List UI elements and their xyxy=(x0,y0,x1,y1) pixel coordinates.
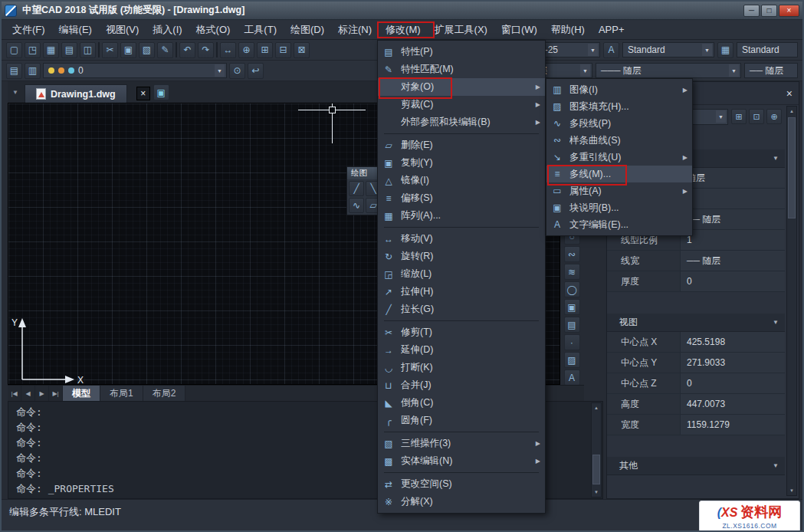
save-icon[interactable]: ▦ xyxy=(43,42,59,58)
last-layout-icon[interactable]: ▶| xyxy=(49,386,63,401)
scroll-down-icon[interactable]: ▼ xyxy=(592,488,601,497)
close-tab-icon[interactable]: × xyxy=(136,87,150,100)
property-value[interactable]: 1 xyxy=(681,230,785,250)
match-properties-icon[interactable]: ✎ xyxy=(157,42,173,58)
view-section-header[interactable]: 视图 ▼ xyxy=(607,314,785,332)
menu-item[interactable]: ≡ 偏移(S) xyxy=(378,189,545,207)
collapse-arrow-icon[interactable]: ▼ xyxy=(773,462,779,469)
property-value[interactable]: 随层 xyxy=(681,168,785,188)
menubar-item[interactable]: 绘图(D) xyxy=(284,20,331,40)
close-icon[interactable]: × xyxy=(786,87,793,100)
menu-item[interactable] xyxy=(378,225,545,230)
layout-tab[interactable]: 布局1 xyxy=(100,386,143,402)
menu-item[interactable]: ▨ 图案填充(H)... xyxy=(546,98,692,115)
chevron-down-icon[interactable]: ▼ xyxy=(702,44,712,56)
maximize-button[interactable]: □ xyxy=(761,5,777,17)
menu-item[interactable]: ╭ 圆角(F) xyxy=(378,412,545,429)
menu-item[interactable]: ▩ 实体编辑(N) ▶ xyxy=(378,452,545,470)
menu-item[interactable]: ▤ 特性(P) xyxy=(378,43,545,61)
revision-cloud-icon[interactable]: ∾ xyxy=(564,246,580,262)
plot-icon[interactable]: ▤ xyxy=(61,42,77,58)
chevron-down-icon[interactable]: ▼ xyxy=(729,64,739,77)
menubar-item[interactable]: 工具(T) xyxy=(237,20,284,40)
menu-item[interactable]: ⇄ 更改空间(S) xyxy=(378,475,545,493)
menu-item[interactable]: → 延伸(D) xyxy=(378,341,545,359)
point-icon[interactable]: ∙ xyxy=(564,334,580,350)
menu-item[interactable]: ∿ 多段线(P) xyxy=(546,115,692,132)
property-value[interactable]: 0 xyxy=(681,373,785,393)
paste-icon[interactable]: ▧ xyxy=(139,42,155,58)
menubar-item[interactable]: 文件(F) xyxy=(5,20,52,40)
menu-item[interactable]: ✎ 特性匹配(M) xyxy=(378,61,545,78)
open-icon[interactable]: ◳ xyxy=(25,42,41,58)
menubar-item[interactable]: 编辑(E) xyxy=(52,20,99,40)
zoom-previous-icon[interactable]: ⊟ xyxy=(275,42,291,58)
menu-item[interactable]: ▦ 阵列(A)... xyxy=(378,207,545,225)
zoom-window-icon[interactable]: ⊞ xyxy=(257,42,273,58)
menu-item[interactable]: ▥ 图像(I) ▶ xyxy=(546,81,692,98)
table-style-icon[interactable]: ▦ xyxy=(717,42,733,58)
undo-icon[interactable]: ↶ xyxy=(179,42,195,58)
property-value[interactable]: ── 随层 xyxy=(681,251,785,271)
menu-item[interactable]: ≡ 多线(M)... xyxy=(546,166,692,182)
property-value[interactable]: 447.0073 xyxy=(681,394,785,414)
zoom-realtime-icon[interactable]: ⊕ xyxy=(238,42,254,58)
menu-item[interactable] xyxy=(378,131,545,136)
menubar-item[interactable]: 扩展工具(X) xyxy=(428,20,494,40)
menu-item[interactable]: ▣ 块说明(B)... xyxy=(546,199,692,216)
hatch-icon[interactable]: ▨ xyxy=(564,352,580,368)
copy-icon[interactable]: ▣ xyxy=(120,42,136,58)
quick-select-icon[interactable]: ⊞ xyxy=(731,109,747,124)
chevron-down-icon[interactable]: ▼ xyxy=(215,64,225,77)
lineweight-control-dropdown[interactable]: ── 随层 xyxy=(744,63,798,78)
menu-item[interactable]: ▱ 删除(E) xyxy=(378,136,545,154)
layer-dropdown[interactable]: 0 ▼ xyxy=(43,63,227,78)
property-value[interactable]: 271.9033 xyxy=(681,353,785,373)
menu-item[interactable]: A 文字编辑(E)... xyxy=(546,216,692,233)
menubar-item[interactable]: 修改(M) xyxy=(379,20,428,40)
menubar-item[interactable]: 标注(N) xyxy=(331,20,379,40)
table-style-dropdown[interactable]: Standard xyxy=(737,42,798,57)
menu-item[interactable] xyxy=(378,470,545,475)
scrollbar-thumb[interactable] xyxy=(592,455,600,484)
preview-icon[interactable]: ◫ xyxy=(80,42,96,58)
layer-previous-icon[interactable]: ↩ xyxy=(248,63,264,79)
menu-item[interactable]: △ 镜像(I) xyxy=(378,172,545,189)
menu-item[interactable]: ▧ 三维操作(3) ▶ xyxy=(378,435,545,452)
layout-tab[interactable]: 布局2 xyxy=(143,386,186,402)
property-value[interactable]: 1159.1279 xyxy=(681,415,785,435)
select-objects-icon[interactable]: ⊡ xyxy=(749,109,764,124)
menubar-item[interactable]: 窗口(W) xyxy=(494,20,544,40)
spline-icon[interactable]: ≋ xyxy=(564,264,580,280)
menu-item[interactable] xyxy=(378,318,545,323)
menu-item[interactable]: ∾ 样条曲线(S) xyxy=(546,132,692,149)
first-layout-icon[interactable]: |◀ xyxy=(8,386,21,401)
chevron-down-icon[interactable]: ▼ xyxy=(716,110,726,123)
scrollbar-thumb[interactable] xyxy=(788,117,796,218)
scroll-up-icon[interactable]: ▲ xyxy=(592,403,601,412)
close-button[interactable]: × xyxy=(779,5,799,17)
property-value[interactable]: ── 随层 xyxy=(681,209,785,229)
menubar-item[interactable]: 格式(O) xyxy=(189,20,238,40)
menubar-item[interactable]: APP+ xyxy=(592,20,632,40)
menu-item[interactable]: ╱ 拉长(G) xyxy=(378,300,545,318)
menu-item[interactable]: ◡ 打断(K) xyxy=(378,359,545,376)
menu-item[interactable]: ↔ 移动(V) xyxy=(378,230,545,248)
titlebar[interactable]: 中望CAD 2018 试用版 (功能受限) - [Drawing1.dwg] ─… xyxy=(2,2,802,20)
menu-item[interactable]: ⊔ 合并(J) xyxy=(378,376,545,394)
menu-item[interactable]: ▣ 复制(Y) xyxy=(378,154,545,172)
layout-tab[interactable]: 模型 xyxy=(63,386,100,402)
menu-item[interactable]: 外部参照和块编辑(B) ▶ xyxy=(378,113,545,131)
command-scrollbar[interactable]: ▲ ▼ xyxy=(591,402,602,498)
menu-item[interactable]: ※ 分解(X) xyxy=(378,493,545,511)
document-tab[interactable]: Drawing1.dwg xyxy=(25,84,127,103)
menu-item[interactable]: ✂ 修剪(T) xyxy=(378,323,545,341)
set-layer-current-icon[interactable]: ⊙ xyxy=(229,63,245,79)
menu-item[interactable]: 剪裁(C) ▶ xyxy=(378,96,545,113)
menu-item[interactable]: ◣ 倒角(C) xyxy=(378,394,545,412)
menu-item[interactable]: 对象(O) ▶ xyxy=(378,78,545,96)
mtext-icon[interactable]: A xyxy=(564,369,580,386)
layer-states-icon[interactable]: ▥ xyxy=(25,63,41,79)
layer-properties-icon[interactable]: ▤ xyxy=(6,63,22,79)
pan-icon[interactable]: ↔ xyxy=(220,42,236,58)
